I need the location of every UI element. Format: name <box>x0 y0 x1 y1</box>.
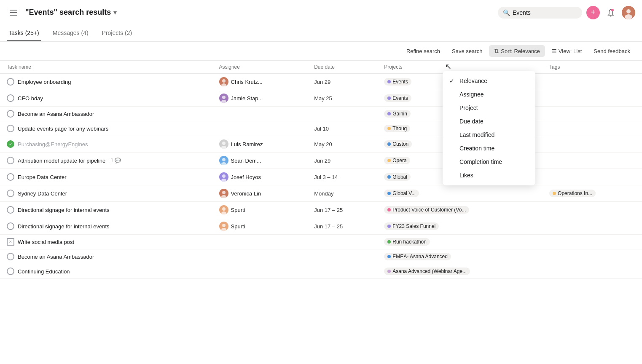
project-tag[interactable]: FY23 Sales Funnel <box>384 222 439 230</box>
save-search-button[interactable]: Save search <box>447 46 487 57</box>
task-status-icon[interactable] <box>7 222 14 230</box>
send-feedback-button[interactable]: Send feedback <box>588 46 635 57</box>
task-name-label[interactable]: Attribution model update for pipeline <box>18 158 105 164</box>
task-name-label[interactable]: CEO bday <box>18 95 43 102</box>
task-status-icon[interactable] <box>7 173 14 181</box>
task-status-icon[interactable] <box>7 238 14 246</box>
task-status-icon[interactable] <box>7 140 14 148</box>
table-row[interactable]: Attribution model update for pipeline 1 … <box>0 153 642 169</box>
project-name: Run hackathon <box>392 239 427 245</box>
table-row[interactable]: CEO bday Jamie Stap... May 25Events <box>0 90 642 107</box>
task-status-icon[interactable] <box>7 190 14 197</box>
project-tag[interactable]: Global <box>384 173 411 181</box>
task-name-label[interactable]: Become an Asana Ambassador <box>18 254 94 260</box>
due-date-label: May 25 <box>314 95 332 102</box>
tab-projects[interactable]: Projects (2) <box>100 25 134 41</box>
title-chevron-icon[interactable]: ▾ <box>113 8 117 16</box>
project-tag[interactable]: Gainin <box>384 110 411 118</box>
project-tag[interactable]: EMEA- Asana Advanced <box>384 253 451 260</box>
sort-option-assignee[interactable]: Assignee <box>443 88 535 101</box>
menu-button[interactable] <box>7 6 20 19</box>
project-tag[interactable]: Events <box>384 78 411 86</box>
task-name-label[interactable]: Write social media post <box>18 239 74 245</box>
table-row[interactable]: Update events page for any webinars Jul … <box>0 121 642 136</box>
task-status-icon[interactable] <box>7 206 14 214</box>
assignee-avatar <box>219 94 228 103</box>
tab-tasks[interactable]: Tasks (25+) <box>7 25 41 41</box>
project-tag[interactable]: Custon <box>384 140 412 148</box>
task-status-icon[interactable] <box>7 268 14 275</box>
task-cell: Continuing Education <box>7 268 206 275</box>
project-tag[interactable]: Global V... <box>384 190 419 197</box>
table-row[interactable]: Become an Asana Ambassador Gainin <box>0 107 642 121</box>
due-date-label: Jun 29 <box>314 158 330 164</box>
col-assignee: Assignee <box>212 61 308 74</box>
task-name-label[interactable]: Sydney Data Center <box>18 190 67 197</box>
task-name-label[interactable]: Directional signage for internal events <box>18 223 110 230</box>
task-name-label[interactable]: Become an Asana Ambassador <box>18 111 94 117</box>
user-avatar[interactable] <box>622 6 635 19</box>
tag-item[interactable]: Operations In... <box>549 190 596 197</box>
page-title: "Events" search results <box>25 8 111 17</box>
task-status-icon[interactable] <box>7 78 14 86</box>
add-button[interactable]: + <box>586 6 600 19</box>
project-tag[interactable]: Opera <box>384 157 410 164</box>
sort-button[interactable]: ⇅ Sort: Relevance <box>489 45 545 57</box>
sort-option-relevance[interactable]: ✓Relevance <box>443 74 535 88</box>
task-cell: Become an Asana Ambassador <box>7 253 206 260</box>
project-tag[interactable]: Asana Advanced (Webinar Age... <box>384 268 470 275</box>
sort-option-likes[interactable]: Likes <box>443 169 535 182</box>
task-name-label[interactable]: Purchasing@EnergyEngines <box>18 141 88 147</box>
project-tag[interactable]: Product Voice of Customer (Vo... <box>384 206 469 214</box>
table-row[interactable]: Purchasing@EnergyEngines Luis Ramirez Ma… <box>0 136 642 153</box>
sort-option-project[interactable]: Project <box>443 101 535 115</box>
task-name-label[interactable]: Update events page for any webinars <box>18 126 108 132</box>
sort-option-due-date[interactable]: Due date <box>443 115 535 128</box>
task-cell: Become an Asana Ambassador <box>7 110 206 118</box>
task-status-icon[interactable] <box>7 94 14 102</box>
assignee-cell: Spurti <box>219 205 301 214</box>
task-name-label[interactable]: Europe Data Center <box>18 174 67 180</box>
table-row[interactable]: Employee onboarding Chris Krutz... Jun 2… <box>0 74 642 90</box>
task-cell: Employee onboarding <box>7 78 206 86</box>
task-name-label[interactable]: Continuing Education <box>18 268 70 275</box>
svg-point-17 <box>222 207 226 211</box>
search-input[interactable] <box>513 9 577 16</box>
project-name: Opera <box>392 158 406 163</box>
project-dot <box>387 175 391 179</box>
table-row[interactable]: Directional signage for internal events … <box>0 218 642 235</box>
sort-option-completion-time[interactable]: Completion time <box>443 155 535 169</box>
sort-option-creation-time[interactable]: Creation time <box>443 142 535 155</box>
table-row[interactable]: Become an Asana Ambassador EMEA- Asana A… <box>0 249 642 264</box>
svg-point-13 <box>222 174 226 178</box>
project-name: Product Voice of Customer (Vo... <box>392 207 466 213</box>
view-button[interactable]: ☰ View: List <box>547 46 587 57</box>
table-row[interactable]: Continuing Education Asana Advanced (Web… <box>0 264 642 279</box>
assignee-cell: Spurti <box>219 222 301 231</box>
table-row[interactable]: Write social media post Run hackathon <box>0 235 642 249</box>
tab-messages[interactable]: Messages (4) <box>51 25 90 41</box>
task-cell: Sydney Data Center <box>7 190 206 197</box>
table-row[interactable]: Sydney Data Center Veronica Lin MondayGl… <box>0 185 642 202</box>
task-name-label[interactable]: Directional signage for internal events <box>18 207 110 213</box>
due-date-label: Monday <box>314 190 333 197</box>
project-tag[interactable]: Thoug <box>384 125 410 132</box>
assignee-avatar <box>219 222 228 231</box>
project-tag[interactable]: Run hackathon <box>384 238 430 246</box>
assignee-avatar <box>219 205 228 214</box>
project-name: Global V... <box>392 190 416 196</box>
svg-point-3 <box>626 9 631 13</box>
sort-option-last-modified[interactable]: Last modified <box>443 128 535 142</box>
task-status-icon[interactable] <box>7 157 14 164</box>
search-box[interactable]: 🔍 <box>498 7 582 19</box>
task-status-icon[interactable] <box>7 253 14 260</box>
table-row[interactable]: Directional signage for internal events … <box>0 202 642 218</box>
task-name-label[interactable]: Employee onboarding <box>18 79 71 85</box>
refine-search-button[interactable]: Refine search <box>401 46 445 57</box>
notifications-icon[interactable] <box>604 6 618 19</box>
table-row[interactable]: Europe Data Center Josef Hoyos Jul 3 – 1… <box>0 169 642 185</box>
project-dot <box>387 142 391 146</box>
project-tag[interactable]: Events <box>384 94 411 102</box>
task-status-icon[interactable] <box>7 110 14 118</box>
task-status-icon[interactable] <box>7 125 14 132</box>
